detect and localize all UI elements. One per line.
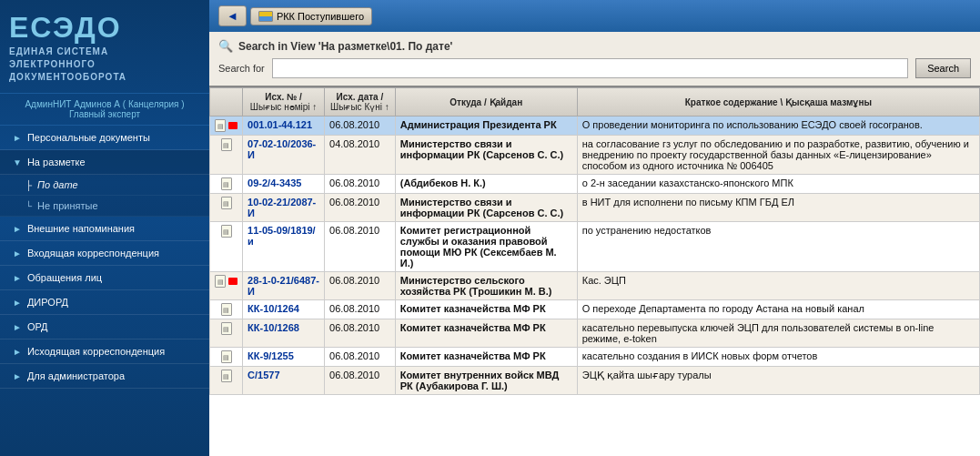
arrow-icon: ► [13,298,22,308]
sidebar-subitem-label: Не принятые [37,200,97,211]
doc-icon: ▤ [221,138,232,151]
row-content: в НИТ для исполнени по письму КПМ ГБД ЕЛ [577,194,979,222]
arrow-icon: ► [13,347,22,357]
row-icons: ▤ [210,222,243,272]
logo-area: ЕСЭДО ЕДИНАЯ СИСТЕМА ЭЛЕКТРОННОГО ДОКУМЕ… [0,0,209,94]
flag-icon [228,278,237,285]
document-table-container: Исх. № /Шығыс нөмірі ↑ Исх. дата /Шығыс … [209,87,980,456]
table-row[interactable]: ▤КК-9/125506.08.2010Комитет казначейства… [210,348,980,367]
sidebar-item-label: Входящая корреспонденция [27,248,159,258]
row-content: О переходе Департамента по городу Астана… [577,300,979,319]
table-header-row: Исх. № /Шығыс нөмірі ↑ Исх. дата /Шығыс … [210,88,980,117]
toolbar: ◄ РКК Поступившего [209,0,980,32]
sidebar-subitem-label: По дате [37,179,78,190]
row-date: 06.08.2010 [325,222,396,272]
sidebar-item-label: ОРД [27,321,48,332]
row-num: КК-10/1264 [243,300,325,319]
sidebar-item-ord[interactable]: ► ОРД [0,315,209,339]
sidebar-item-incoming[interactable]: ► Входящая корреспонденция [0,241,209,266]
document-table: Исх. № /Шығыс нөмірі ↑ Исх. дата /Шығыс … [209,87,980,395]
sidebar-item-label: Обращения лиц [27,272,102,283]
row-icons: ▤ [210,194,243,222]
sidebar-item-label: Исходящая корреспонденция [27,346,165,357]
sidebar-item-label: ДИРОРД [27,297,68,308]
sidebar-item-reminders[interactable]: ► Внешние напоминания [0,217,209,241]
col-header-num[interactable]: Исх. № /Шығыс нөмірі ↑ [243,88,325,117]
row-from: Министерство связи и информации РК (Сарс… [395,194,577,222]
flag-icon [228,122,237,129]
doc-icon: ▤ [215,119,226,132]
back-icon: ◄ [227,9,238,23]
doc-icon: ▤ [221,322,232,335]
sidebar-item-appeals[interactable]: ► Обращения лиц [0,266,209,290]
row-icons: ▤ [210,348,243,367]
table-row[interactable]: ▤11-05-09/1819/и06.08.2010Комитет регист… [210,222,980,272]
sidebar-item-label: Персональные документы [27,132,150,143]
row-date: 06.08.2010 [325,117,396,136]
doc-icon: ▤ [221,197,232,209]
row-date: 04.08.2010 [325,136,396,175]
user-role: Главный эксперт [9,109,200,119]
search-button[interactable]: Search [915,58,971,78]
sidebar-item-outgoing[interactable]: ► Исходящая корреспонденция [0,339,209,364]
logo-title: ЕСЭДО [9,13,200,42]
col-header-date[interactable]: Исх. дата /Шығыс Күні ↑ [325,88,396,117]
arrow-icon: ► [13,371,22,381]
logo-subtitle: ЕДИНАЯ СИСТЕМА ЭЛЕКТРОННОГО ДОКУМЕНТООБО… [9,46,200,84]
arrow-icon: ► [13,133,22,143]
table-row[interactable]: ▤07-02-10/2036-И04.08.2010Министерство с… [210,136,980,175]
sidebar-subitem-ne-prinyatye[interactable]: └ Не принятые [0,196,209,217]
table-row[interactable]: ▤09-2/4-343506.08.2010(Абдибеков Н. К.)о… [210,175,980,194]
search-area: 🔍 Search in View 'На разметке\01. По дат… [209,32,980,87]
row-icons: ▤ [210,319,243,348]
row-num: С/1577 [243,367,325,395]
row-icons: ▤ [210,300,243,319]
row-date: 06.08.2010 [325,367,396,395]
table-row[interactable]: ▤КК-10/126806.08.2010Комитет казначейств… [210,319,980,348]
doc-icon: ▤ [221,350,232,363]
user-name: АдминНИТ Админов А ( Канцелярия ) [9,99,200,109]
search-title-text: Search in View 'На разметке\01. По дате' [238,40,452,53]
folder-icon: ├ [25,180,32,190]
table-row[interactable]: ▤ 001.01-44.12106.08.2010Администрация П… [210,117,980,136]
row-from: Министерство связи и информации РК (Сарс… [395,136,577,175]
sidebar-subitem-po-date[interactable]: ├ По дате [0,175,209,196]
search-icon: 🔍 [218,39,233,53]
row-from: Комитет казначейства МФ РК [395,348,577,367]
row-date: 06.08.2010 [325,300,396,319]
sidebar-item-dirord[interactable]: ► ДИРОРД [0,290,209,315]
row-num: 10-02-21/2087-И [243,194,325,222]
sidebar-item-admin[interactable]: ► Для администратора [0,364,209,389]
back-button[interactable]: ◄ [218,5,247,26]
row-content: Кас. ЭЦП [577,272,979,300]
row-content: по устранению недостатков [577,222,979,272]
col-header-from[interactable]: Откуда / Қайдан [395,88,577,117]
row-date: 06.08.2010 [325,175,396,194]
doc-icon: ▤ [221,370,232,382]
table-row[interactable]: ▤ 28-1-0-21/6487-И06.08.2010Министерство… [210,272,980,300]
row-icons: ▤ [210,117,243,136]
doc-icon: ▤ [221,177,232,190]
row-content: ЭЦҚ қайта шығару туралы [577,367,979,395]
rkk-button[interactable]: РКК Поступившего [250,7,372,25]
search-title: 🔍 Search in View 'На разметке\01. По дат… [218,39,971,53]
row-from: Комитет внутренних войск МВД РК (Аубакир… [395,367,577,395]
arrow-icon: ► [13,322,22,332]
user-info: АдминНИТ Админов А ( Канцелярия ) Главны… [0,94,209,126]
row-date: 06.08.2010 [325,348,396,367]
row-from: Комитет казначейства МФ РК [395,300,577,319]
table-row[interactable]: ▤С/157706.08.2010Комитет внутренних войс… [210,367,980,395]
sidebar-item-personal[interactable]: ► Персональные документы [0,126,209,150]
col-header-content[interactable]: Краткое содержание \ Қысқаша мазмұны [577,88,979,117]
table-row[interactable]: ▤КК-10/126406.08.2010Комитет казначейств… [210,300,980,319]
search-input[interactable] [272,58,908,78]
row-icons: ▤ [210,136,243,175]
folder-icon: └ [25,201,32,211]
table-row[interactable]: ▤10-02-21/2087-И06.08.2010Министерство с… [210,194,980,222]
row-from: Администрация Президента РК [395,117,577,136]
search-row: Search for Search [218,58,971,78]
sidebar-item-razmetka[interactable]: ▼ На разметке [0,150,209,175]
row-num: 28-1-0-21/6487-И [243,272,325,300]
doc-icon: ▤ [221,303,232,316]
row-from: Комитет регистрационной службы и оказани… [395,222,577,272]
